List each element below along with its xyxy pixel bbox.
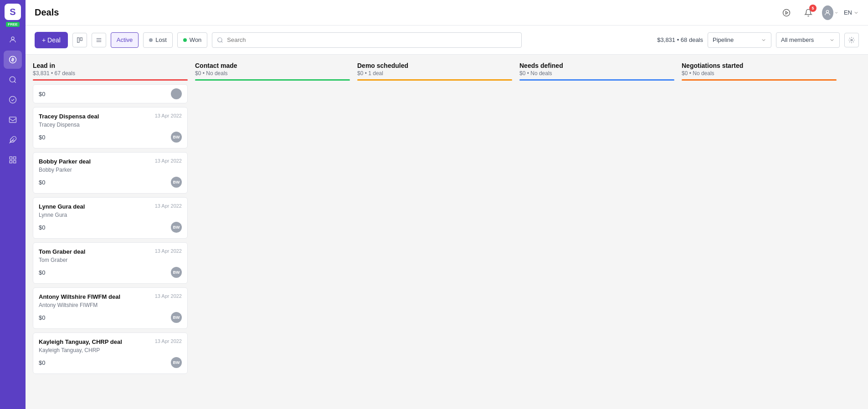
deal-avatar bbox=[171, 88, 182, 99]
main-content: Deals 5 EN + Deal bbox=[26, 0, 868, 409]
svg-point-2 bbox=[10, 77, 15, 82]
column-cards-lead-in: $0 Tracey Dispensa deal 13 Apr 2022 Trac… bbox=[33, 84, 188, 374]
search-box[interactable] bbox=[212, 32, 522, 48]
settings-button[interactable] bbox=[844, 33, 859, 47]
deal-avatar: BW bbox=[171, 132, 182, 143]
svg-point-11 bbox=[827, 10, 829, 12]
video-button[interactable] bbox=[778, 5, 795, 21]
deal-name: Tracey Dispensa deal bbox=[39, 113, 99, 120]
deal-contact: Bobby Parker bbox=[39, 167, 182, 173]
pipeline-chevron-icon bbox=[761, 37, 766, 43]
deal-name: Antony Wiltshire FIWFM deal bbox=[39, 293, 120, 300]
svg-point-9 bbox=[783, 9, 790, 16]
deal-amount: $0 bbox=[39, 359, 45, 366]
app-logo[interactable]: S bbox=[5, 4, 21, 20]
deal-date: 13 Apr 2022 bbox=[155, 113, 182, 118]
deal-card-header: Lynne Gura deal 13 Apr 2022 bbox=[39, 203, 182, 210]
kanban-board: Lead in $3,831 • 67 deals $0 Tracey Disp… bbox=[26, 55, 868, 409]
won-dot bbox=[183, 38, 187, 42]
deal-card[interactable]: Tom Graber deal 13 Apr 2022 Tom Graber $… bbox=[33, 242, 188, 284]
svg-point-0 bbox=[11, 37, 14, 40]
svg-rect-12 bbox=[77, 37, 79, 42]
sidebar-item-apps[interactable] bbox=[4, 151, 22, 169]
deal-amount: $0 bbox=[39, 314, 45, 321]
sidebar-item-mail[interactable] bbox=[4, 111, 22, 129]
deal-card[interactable]: Lynne Gura deal 13 Apr 2022 Lynne Gura $… bbox=[33, 197, 188, 239]
column-title-needs-defined: Needs defined bbox=[519, 62, 674, 69]
list-view-button[interactable] bbox=[92, 33, 106, 47]
free-badge: FREE bbox=[6, 22, 19, 27]
deal-date: 13 Apr 2022 bbox=[155, 293, 182, 299]
svg-point-18 bbox=[851, 39, 853, 41]
notifications-button[interactable]: 5 bbox=[800, 5, 817, 21]
add-deal-button[interactable]: + Deal bbox=[35, 32, 68, 48]
search-icon bbox=[217, 37, 223, 43]
sidebar-item-deals[interactable] bbox=[4, 51, 22, 69]
svg-rect-5 bbox=[10, 157, 12, 159]
deal-date: 13 Apr 2022 bbox=[155, 158, 182, 164]
deal-contact: Kayleigh Tanguay, CHRP bbox=[39, 347, 182, 353]
deal-amount: $0 bbox=[39, 134, 45, 141]
column-subtitle-lead-in: $3,831 • 67 deals bbox=[33, 70, 188, 77]
filter-won-button[interactable]: Won bbox=[177, 32, 208, 48]
pipeline-dropdown[interactable]: Pipeline bbox=[708, 32, 771, 48]
user-avatar-button[interactable] bbox=[822, 5, 838, 21]
svg-rect-6 bbox=[14, 157, 16, 159]
column-subtitle-needs-defined: $0 • No deals bbox=[519, 70, 674, 77]
deal-card[interactable]: Antony Wiltshire FIWFM deal 13 Apr 2022 … bbox=[33, 287, 188, 329]
deal-card[interactable]: Bobby Parker deal 13 Apr 2022 Bobby Park… bbox=[33, 152, 188, 194]
deal-date: 13 Apr 2022 bbox=[155, 248, 182, 254]
deal-name: Tom Graber deal bbox=[39, 248, 85, 255]
filter-active-button[interactable]: Active bbox=[111, 32, 139, 48]
deal-footer: $0 BW bbox=[39, 267, 182, 278]
sidebar-item-integrations[interactable] bbox=[4, 131, 22, 149]
filter-lost-button[interactable]: Lost bbox=[143, 32, 173, 48]
deal-amount: $0 bbox=[39, 224, 45, 231]
column-bar-contact-made bbox=[195, 79, 350, 81]
column-header-contact-made: Contact made $0 • No deals bbox=[195, 62, 350, 81]
deal-avatar: BW bbox=[171, 312, 182, 323]
deal-card[interactable]: Kayleigh Tanguay, CHRP deal 13 Apr 2022 … bbox=[33, 332, 188, 374]
kanban-column-demo-scheduled: Demo scheduled $0 • 1 deal bbox=[357, 62, 512, 402]
kanban-column-lead-in: Lead in $3,831 • 67 deals $0 Tracey Disp… bbox=[33, 62, 188, 402]
deal-name: Kayleigh Tanguay, CHRP deal bbox=[39, 338, 122, 345]
sidebar-item-contacts[interactable] bbox=[4, 31, 22, 49]
column-title-contact-made: Contact made bbox=[195, 62, 350, 69]
deal-avatar: BW bbox=[171, 222, 182, 233]
search-input[interactable] bbox=[227, 36, 517, 43]
kanban-view-button[interactable] bbox=[72, 33, 87, 47]
deal-name: Bobby Parker deal bbox=[39, 158, 91, 165]
deal-card[interactable]: Tracey Dispensa deal 13 Apr 2022 Tracey … bbox=[33, 107, 188, 148]
deal-contact: Tracey Dispensa bbox=[39, 122, 182, 128]
sidebar-item-search[interactable] bbox=[4, 71, 22, 89]
svg-rect-7 bbox=[10, 161, 12, 163]
deal-card-header: Tom Graber deal 13 Apr 2022 bbox=[39, 248, 182, 255]
members-dropdown[interactable]: All members bbox=[776, 32, 840, 48]
deal-name: Lynne Gura deal bbox=[39, 203, 85, 210]
svg-marker-10 bbox=[786, 11, 788, 14]
deal-date: 13 Apr 2022 bbox=[155, 203, 182, 209]
svg-rect-13 bbox=[80, 37, 82, 40]
language-selector[interactable]: EN bbox=[844, 9, 859, 16]
sidebar: S FREE bbox=[0, 0, 26, 409]
gear-icon bbox=[848, 37, 855, 43]
sidebar-item-tasks[interactable] bbox=[4, 91, 22, 109]
deal-contact: Tom Graber bbox=[39, 257, 182, 263]
column-bar-demo-scheduled bbox=[357, 79, 512, 81]
deal-card-partial[interactable]: $0 bbox=[33, 84, 188, 103]
column-bar-needs-defined bbox=[519, 79, 674, 81]
column-title-demo-scheduled: Demo scheduled bbox=[357, 62, 512, 69]
column-title-lead-in: Lead in bbox=[33, 62, 188, 69]
svg-rect-4 bbox=[10, 117, 16, 123]
column-title-negotiations-started: Negotiations started bbox=[682, 62, 837, 69]
column-subtitle-contact-made: $0 • No deals bbox=[195, 70, 350, 77]
deal-avatar: BW bbox=[171, 177, 182, 188]
column-header-demo-scheduled: Demo scheduled $0 • 1 deal bbox=[357, 62, 512, 81]
deal-footer: $0 BW bbox=[39, 312, 182, 323]
svg-point-17 bbox=[218, 37, 222, 41]
deal-contact: Lynne Gura bbox=[39, 212, 182, 218]
column-bar-negotiations-started bbox=[682, 79, 837, 81]
deal-contact: Antony Wiltshire FIWFM bbox=[39, 302, 182, 308]
page-title: Deals bbox=[35, 7, 778, 18]
deal-avatar: BW bbox=[171, 357, 182, 368]
